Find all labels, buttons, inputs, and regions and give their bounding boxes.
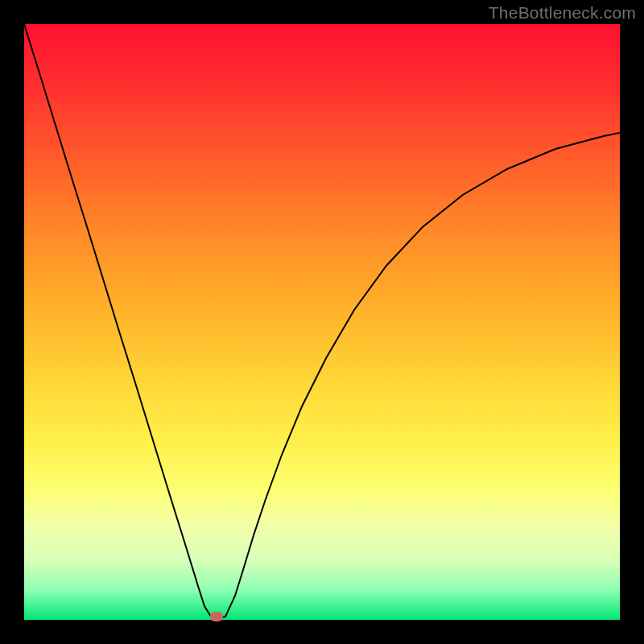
bottleneck-curve xyxy=(24,24,620,618)
min-marker xyxy=(210,612,223,621)
curve-svg xyxy=(24,24,620,620)
chart-frame: TheBottleneck.com xyxy=(0,0,644,644)
watermark-text: TheBottleneck.com xyxy=(489,3,636,23)
plot-area xyxy=(24,24,620,620)
